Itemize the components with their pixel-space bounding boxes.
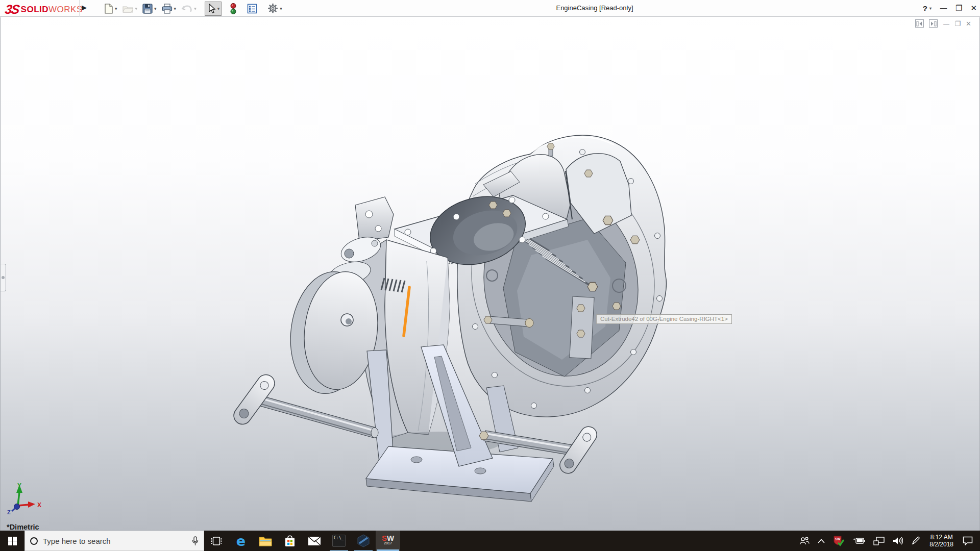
document-window-controls: — ❐ ✕ (915, 19, 971, 28)
cortana-icon (30, 537, 38, 545)
store-icon (284, 535, 296, 547)
svg-text:SW: SW (835, 537, 841, 541)
edge-button[interactable]: e (229, 531, 253, 551)
triad-x-label: X (37, 502, 41, 509)
open-icon (122, 4, 134, 13)
display-report-icon (247, 4, 257, 14)
brand-glyph: 3S (4, 2, 20, 17)
speaker-icon (893, 537, 903, 545)
save-button[interactable]: ▾ (140, 2, 159, 16)
network-icon (873, 537, 885, 545)
people-icon (799, 537, 810, 545)
task-view-icon (211, 537, 222, 545)
clock-time: 8:12 AM (929, 534, 953, 541)
hexagon-app-button[interactable] (351, 531, 376, 551)
graphics-viewport[interactable]: — ❐ ✕ (0, 17, 980, 531)
print-button[interactable]: ▾ (160, 2, 179, 16)
brand-works: WORKS (48, 5, 83, 15)
open-button[interactable]: ▾ (120, 2, 140, 16)
new-caret[interactable]: ▾ (115, 6, 117, 11)
open-caret[interactable]: ▾ (135, 6, 138, 11)
selection-tooltip: Cut-Extrude42 of 00G-Engine Casing-RIGHT… (596, 314, 732, 324)
action-center-icon (963, 536, 973, 545)
taskbar-clock[interactable]: 8:12 AM 8/2/2018 (924, 534, 959, 548)
command-prompt-icon: C:\_ (332, 535, 346, 547)
options-button[interactable]: ▾ (265, 2, 284, 16)
clock-date: 8/2/2018 (929, 541, 953, 548)
options-caret[interactable]: ▾ (280, 6, 282, 11)
close-button[interactable]: ✕ (970, 0, 977, 17)
toolbar-separator (79, 0, 80, 17)
network-status[interactable] (869, 531, 889, 551)
new-document-icon (104, 4, 113, 14)
doc-restore-button[interactable]: ❐ (954, 20, 961, 28)
help-caret[interactable]: ▾ (929, 0, 932, 17)
toolbar-flyout-arrow[interactable]: ▶ (82, 4, 87, 11)
triad-z-label: Z (7, 509, 11, 515)
store-button[interactable] (278, 531, 302, 551)
save-caret[interactable]: ▾ (154, 6, 157, 11)
print-caret[interactable]: ▾ (174, 6, 177, 11)
minimize-button[interactable]: — (940, 0, 947, 17)
solidworks-logo: 3S SOLID WORKS (5, 2, 83, 17)
doc-minimize-button[interactable]: — (943, 20, 949, 28)
action-center-button[interactable] (959, 531, 980, 551)
tray-overflow-button[interactable] (814, 531, 829, 551)
windows-taskbar: e C:\_ (0, 531, 980, 551)
titlebar: 3S SOLID WORKS ▶ ▾ ▾ ▾ (0, 0, 980, 17)
mail-button[interactable] (302, 531, 327, 551)
engine-casing-3d-model[interactable] (1, 0, 980, 551)
taskbar-app-icons: e C:\_ (204, 531, 400, 551)
collapse-left-pane-button[interactable] (915, 19, 924, 28)
system-tray: SW (795, 531, 980, 551)
print-icon (162, 4, 173, 14)
view-orientation-label: *Dimetric (7, 523, 39, 531)
sw-resource-monitor[interactable]: SW (829, 531, 848, 551)
sw-resource-monitor-icon: SW (833, 535, 844, 546)
display-report-button[interactable] (245, 2, 259, 16)
gear-icon (267, 3, 278, 14)
help-button[interactable]: ? ▾ (923, 0, 932, 17)
battery-status[interactable] (848, 531, 869, 551)
brand-solid: SOLID (21, 5, 48, 15)
windows-logo-icon (8, 537, 17, 545)
edge-icon: e (236, 533, 246, 549)
undo-caret[interactable]: ▾ (194, 6, 197, 11)
mail-icon (308, 536, 321, 546)
microphone-icon[interactable] (192, 536, 199, 546)
triad-y-label: Y (17, 482, 21, 489)
solidworks-app-button[interactable]: SW 2017 (376, 531, 400, 551)
window-title: EngineCasing [Read-only] (510, 4, 679, 12)
save-icon (142, 4, 153, 14)
taskbar-search[interactable] (24, 531, 204, 551)
orientation-triad: Y X Z (6, 482, 52, 520)
new-document-button[interactable]: ▾ (102, 2, 119, 16)
file-explorer-button[interactable] (253, 531, 278, 551)
quick-toolbar: ▾ ▾ ▾ (102, 0, 284, 17)
file-explorer-icon (259, 536, 272, 546)
volume-status[interactable] (889, 531, 907, 551)
windows-ink[interactable] (907, 531, 924, 551)
search-input[interactable] (43, 537, 187, 545)
battery-icon (852, 537, 865, 544)
undo-icon (181, 4, 192, 13)
pen-icon (911, 536, 920, 545)
expand-right-pane-button[interactable] (929, 19, 938, 28)
chevron-up-icon (818, 539, 825, 543)
select-button[interactable]: ▾ (205, 2, 222, 16)
doc-close-button[interactable]: ✕ (966, 20, 971, 28)
restore-button[interactable]: ❐ (955, 0, 962, 17)
start-button[interactable] (0, 531, 24, 551)
undo-button[interactable]: ▾ (179, 2, 199, 16)
people-button[interactable] (795, 531, 814, 551)
hexagon-app-icon (357, 534, 370, 547)
select-cursor-icon (207, 4, 216, 14)
solidworks-app-icon: SW 2017 (382, 536, 394, 546)
command-prompt-button[interactable]: C:\_ (327, 531, 351, 551)
rebuild-button[interactable] (228, 2, 239, 16)
traffic-light-icon (230, 3, 237, 14)
task-view-button[interactable] (204, 531, 229, 551)
select-caret[interactable]: ▾ (217, 6, 220, 11)
